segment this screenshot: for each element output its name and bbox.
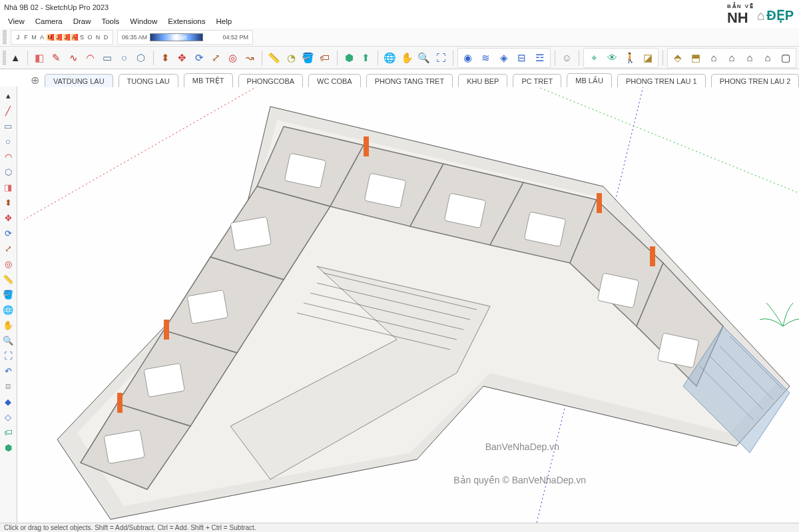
- lt-eraser-icon[interactable]: ◨: [1, 180, 15, 194]
- lt-section-icon[interactable]: ⧈: [1, 379, 15, 394]
- iso-icon[interactable]: ⬘: [669, 49, 686, 67]
- scene-tab[interactable]: PHONG TREN LAU 2: [711, 74, 799, 87]
- lt-line-icon[interactable]: ╱: [1, 103, 15, 118]
- 3dwarehouse-icon[interactable]: ⬢: [342, 49, 357, 67]
- freehand-icon[interactable]: ∿: [66, 49, 81, 67]
- separator: [153, 51, 154, 65]
- style1-icon[interactable]: ◉: [459, 49, 477, 67]
- scene-tab[interactable]: VATDUNG LAU: [45, 74, 113, 87]
- time-mid: Noon: [172, 34, 187, 41]
- menu-tools[interactable]: Tools: [96, 16, 125, 27]
- scene-tab[interactable]: MB TRỆT: [184, 73, 233, 87]
- arc-tool-icon[interactable]: ◠: [83, 49, 98, 67]
- person-icon[interactable]: ☺: [559, 49, 575, 67]
- style5-icon[interactable]: ☲: [531, 49, 549, 67]
- drag-handle-icon[interactable]: [3, 30, 7, 45]
- top-icon[interactable]: ⬒: [687, 49, 704, 67]
- menu-view[interactable]: View: [3, 16, 30, 27]
- lt-paint-icon[interactable]: 🪣: [1, 287, 15, 302]
- zoom-icon[interactable]: 🔍: [416, 49, 431, 67]
- pan-icon[interactable]: ✋: [400, 49, 415, 67]
- time-end: 04:52 PM: [223, 34, 249, 41]
- eraser-tool-icon[interactable]: ◧: [32, 49, 47, 67]
- lt-offset-icon[interactable]: ◎: [1, 256, 15, 271]
- shadow-time-slider[interactable]: 06:35 AM Noon 04:52 PM: [117, 30, 253, 45]
- lt-circle-icon[interactable]: ○: [1, 134, 15, 148]
- lt-tag-icon[interactable]: 🏷: [1, 425, 15, 439]
- status-text: Click or drag to select objects. Shift =…: [4, 524, 256, 531]
- svg-rect-28: [164, 320, 169, 340]
- scene-tab[interactable]: PC TRET: [513, 74, 561, 87]
- scene-tab[interactable]: KHU BEP: [458, 74, 507, 87]
- lt-orbit-icon[interactable]: 🌐: [1, 302, 15, 317]
- wire-icon[interactable]: ▢: [777, 49, 794, 67]
- lt-shell-icon[interactable]: ⬢: [1, 440, 15, 455]
- left-icon[interactable]: ⌂: [759, 49, 776, 67]
- style2-icon[interactable]: ≋: [477, 49, 495, 67]
- lt-prev-icon[interactable]: ↶: [1, 364, 15, 378]
- select-tool-icon[interactable]: ▲: [7, 49, 23, 67]
- pencil-tool-icon[interactable]: ✎: [49, 49, 64, 67]
- followme-icon[interactable]: ↝: [242, 49, 258, 67]
- scene-tab[interactable]: PHONG TANG TRET: [366, 74, 453, 87]
- rotate-tool-icon[interactable]: ⟳: [191, 49, 206, 67]
- separator: [453, 51, 453, 65]
- lt-rotate-icon[interactable]: ⟳: [1, 226, 15, 240]
- upload-icon[interactable]: ⬆: [358, 49, 374, 67]
- polygon-tool-icon[interactable]: ⬡: [133, 49, 148, 67]
- lt-extents-icon[interactable]: ⛶: [1, 348, 15, 363]
- menu-camera[interactable]: Camera: [30, 16, 68, 27]
- scene-tab[interactable]: PHONG TREN LAU 1: [617, 74, 706, 87]
- lt-blue2-icon[interactable]: ◇: [1, 409, 15, 424]
- protractor-icon[interactable]: ◔: [283, 49, 298, 67]
- scene-tab[interactable]: PHONGCOBA: [238, 74, 304, 87]
- viewport-3d[interactable]: [17, 87, 799, 523]
- lt-rect-icon[interactable]: ▭: [1, 119, 15, 133]
- orbit-icon[interactable]: 🌐: [382, 49, 398, 67]
- lt-blue1-icon[interactable]: ◆: [1, 394, 15, 409]
- drag-handle-icon[interactable]: [3, 51, 6, 65]
- lt-pushpull-icon[interactable]: ⬍: [1, 195, 15, 210]
- lt-arc-icon[interactable]: ◠: [1, 149, 15, 164]
- lt-tape-icon[interactable]: 📏: [1, 272, 15, 286]
- back-icon[interactable]: ⌂: [741, 49, 758, 67]
- menu-extensions[interactable]: Extensions: [162, 16, 210, 27]
- style3-icon[interactable]: ◈: [495, 49, 513, 67]
- svg-rect-26: [597, 193, 602, 213]
- zoom-extents-icon[interactable]: ⛶: [433, 49, 449, 67]
- svg-rect-23: [144, 363, 184, 397]
- style4-icon[interactable]: ⊟: [513, 49, 531, 67]
- shadow-month-slider[interactable]: JFM AMJ JAS OND: [11, 30, 113, 45]
- solid1-icon[interactable]: ◪: [639, 49, 657, 67]
- rect-tool-icon[interactable]: ▭: [99, 49, 115, 67]
- position-cam-icon[interactable]: ⌖: [585, 49, 603, 67]
- lt-zoom-icon[interactable]: 🔍: [1, 333, 15, 348]
- lt-pan-icon[interactable]: ✋: [1, 318, 15, 332]
- menu-draw[interactable]: Draw: [68, 16, 97, 27]
- menu-help[interactable]: Help: [211, 16, 238, 27]
- tag-icon[interactable]: 🏷: [317, 49, 332, 67]
- scene-tab[interactable]: MB LẦU: [567, 73, 612, 87]
- circle-tool-icon[interactable]: ○: [117, 49, 132, 67]
- main-toolbar: ▲ ◧ ✎ ∿ ◠ ▭ ○ ⬡ ⬍ ✥ ⟳ ⤢ ◎ ↝ 📏 ◔ 🪣 🏷 ⬢ ⬆ …: [0, 47, 799, 69]
- move-tool-icon[interactable]: ✥: [174, 49, 190, 67]
- look-around-icon[interactable]: 👁: [603, 49, 621, 67]
- lt-polygon-icon[interactable]: ⬡: [1, 164, 15, 179]
- front-icon[interactable]: ⌂: [705, 49, 722, 67]
- time-start: 06:35 AM: [122, 34, 147, 41]
- paint-icon[interactable]: 🪣: [300, 49, 316, 67]
- right-icon[interactable]: ⌂: [723, 49, 740, 67]
- lt-scale-icon[interactable]: ⤢: [1, 241, 15, 256]
- menu-bar: View Camera Draw Tools Window Extensions…: [0, 15, 799, 28]
- walk-icon[interactable]: 🚶: [621, 49, 639, 67]
- scene-tab[interactable]: TUONG LAU: [119, 74, 178, 87]
- tape-tool-icon[interactable]: 📏: [266, 49, 282, 67]
- offset-tool-icon[interactable]: ◎: [225, 49, 240, 67]
- add-scene-button[interactable]: ⊕: [31, 74, 39, 87]
- scene-tab[interactable]: WC COBA: [308, 74, 361, 87]
- scale-tool-icon[interactable]: ⤢: [208, 49, 224, 67]
- lt-move-icon[interactable]: ✥: [1, 210, 15, 225]
- lt-pointer-icon[interactable]: ▴: [1, 88, 15, 103]
- menu-window[interactable]: Window: [125, 16, 162, 27]
- pushpull-icon[interactable]: ⬍: [158, 49, 173, 67]
